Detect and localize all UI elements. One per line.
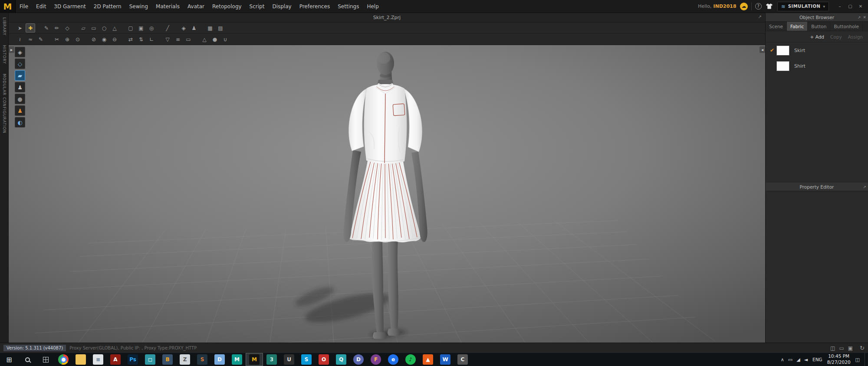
menu-item[interactable]: Preferences — [296, 0, 334, 13]
tray-network-icon[interactable]: ◢ — [796, 357, 800, 363]
menu-item[interactable]: Edit — [32, 0, 50, 13]
unity[interactable]: U — [280, 353, 298, 366]
language-indicator[interactable]: ENG — [812, 357, 822, 362]
fabric-swatch[interactable] — [776, 45, 790, 56]
fabric-list-item[interactable]: ✔ Skirt — [766, 42, 868, 58]
menu-item[interactable]: Settings — [334, 0, 363, 13]
refresh-icon[interactable]: ↻ — [860, 345, 865, 351]
marvelous-designer[interactable]: M — [246, 353, 263, 366]
show-arrangement-points-toggle[interactable]: ● — [15, 94, 25, 104]
vlc[interactable]: ▲ — [419, 353, 437, 366]
garment-icon[interactable] — [765, 2, 774, 11]
internal-polygon-tool[interactable]: ▢ — [126, 23, 135, 33]
skype[interactable]: S — [298, 353, 315, 366]
layout-2d-icon[interactable]: ▣ — [848, 345, 853, 351]
detach-sewing-tool[interactable]: ✂ — [52, 35, 62, 44]
show-environment-toggle[interactable]: ◐ — [15, 117, 25, 127]
menu-item[interactable]: Display — [268, 0, 295, 13]
maximize-button[interactable]: ▢ — [845, 2, 855, 11]
task-view-button[interactable] — [36, 353, 55, 366]
tab-fabric[interactable]: Fabric — [787, 22, 808, 31]
collapse-right-panel-icon[interactable]: ◂ — [760, 46, 765, 53]
firefox[interactable]: F — [367, 353, 385, 366]
show-desktop-button[interactable] — [865, 353, 867, 366]
circle-tool[interactable]: ○ — [99, 23, 109, 33]
edit-pattern-tool[interactable]: ✎ — [42, 23, 51, 33]
start-button[interactable]: ⊞ — [0, 353, 18, 366]
collapsed-panel-tab[interactable]: LIBRARY — [2, 17, 7, 36]
blender[interactable]: B — [159, 353, 176, 366]
menu-item[interactable]: File — [16, 0, 32, 13]
show-internal-lines-toggle[interactable]: ◇ — [15, 59, 25, 69]
tray-display-icon[interactable]: ▭ — [788, 357, 792, 363]
quixel-bridge[interactable]: Q — [332, 353, 350, 366]
show-avatar-tool[interactable]: ♟ — [189, 23, 199, 33]
snap-grid-tool[interactable]: ▤ — [216, 23, 225, 33]
menu-item[interactable]: 3D Garment — [50, 0, 89, 13]
spotify[interactable]: ♪ — [402, 353, 419, 366]
pin-tool[interactable]: ⊙ — [73, 35, 82, 44]
show-avatar-toggle[interactable]: ♟ — [15, 82, 25, 92]
rectangle-tool[interactable]: ▭ — [89, 23, 99, 33]
capture-app[interactable]: ◻ — [141, 353, 159, 366]
chrome[interactable] — [55, 353, 72, 366]
internal-rectangle-tool[interactable]: ▣ — [136, 23, 146, 33]
flatten-tool[interactable]: ▽ — [163, 35, 172, 44]
app-logo[interactable]: M — [0, 0, 16, 13]
assign-button[interactable]: Assign — [848, 34, 863, 39]
3d-viewport[interactable]: ◈ ◇ ▰ ♟ — [9, 45, 765, 343]
solidify-tool[interactable]: ▭ — [184, 35, 193, 44]
tray-chevron-up-icon[interactable]: ∧ — [781, 357, 784, 363]
trace-tool[interactable]: ╱ — [163, 23, 172, 33]
layout-3d-2d-icon[interactable]: ◫ — [830, 345, 835, 351]
photoshop[interactable]: Ps — [124, 353, 141, 366]
select-move-tool[interactable]: ➤ — [15, 23, 25, 33]
daz-studio[interactable]: D — [211, 353, 228, 366]
panel-popout-icon[interactable]: ↗ — [858, 15, 861, 20]
notepad[interactable]: ≡ — [89, 353, 107, 366]
segment-sewing-tool[interactable]: ≀ — [15, 35, 25, 44]
grid-tool[interactable]: ▦ — [205, 23, 215, 33]
measure-tool[interactable]: ∟ — [147, 35, 156, 44]
search-button[interactable] — [18, 353, 36, 366]
menu-item[interactable]: 2D Pattern — [90, 0, 125, 13]
sync-pose-tool[interactable]: ◈ — [179, 23, 188, 33]
tab-button[interactable]: Button — [808, 22, 830, 31]
discord[interactable]: D — [350, 353, 367, 366]
fabric-list-item[interactable]: Shirt — [766, 58, 868, 74]
panel-close-icon[interactable]: ✕ — [863, 15, 866, 20]
internal-circle-tool[interactable]: ◎ — [147, 23, 156, 33]
menu-item[interactable]: Materials — [152, 0, 184, 13]
transform-pattern-tool[interactable]: ✚ — [26, 23, 35, 33]
minimize-button[interactable]: – — [835, 2, 845, 11]
menu-item[interactable]: Sewing — [125, 0, 152, 13]
menu-item[interactable]: Avatar — [184, 0, 208, 13]
tack-tool[interactable]: ⊕ — [62, 35, 72, 44]
arrangement-tool[interactable]: ● — [210, 35, 220, 44]
panel-popout-icon[interactable]: ↗ — [863, 185, 866, 189]
acrobat[interactable]: A — [107, 353, 124, 366]
copy-button[interactable]: Copy — [830, 34, 842, 39]
menu-item[interactable]: Help — [363, 0, 382, 13]
pressure-tool[interactable]: △ — [200, 35, 209, 44]
tab-buttonhole[interactable]: Buttonhole — [830, 22, 863, 31]
collapsed-panel-tab[interactable]: HISTORY — [2, 45, 7, 64]
zipper-tool[interactable]: ⇅ — [136, 35, 146, 44]
buttonhole-tool[interactable]: ⊖ — [110, 35, 119, 44]
menu-item[interactable]: Retopology — [208, 0, 246, 13]
collapsed-panel-tab[interactable]: MODULAR CONFIGURATION — [2, 74, 7, 134]
opera[interactable]: O — [315, 353, 332, 366]
maya[interactable]: M — [228, 353, 246, 366]
zbrush[interactable]: Z — [176, 353, 194, 366]
cloud-sync-icon[interactable]: ☁ — [740, 3, 748, 10]
free-sewing-tool[interactable]: ≈ — [26, 35, 35, 44]
fabric-swatch[interactable] — [776, 61, 790, 72]
show-avatar-skin-toggle[interactable]: ♟ — [15, 105, 25, 116]
dart-tool[interactable]: △ — [110, 23, 119, 33]
guideline-tool[interactable]: ∪ — [220, 35, 230, 44]
help-icon[interactable]: ? — [755, 3, 762, 10]
word[interactable]: W — [437, 353, 454, 366]
tray-volume-icon[interactable]: ◄ — [804, 357, 808, 363]
3ds-max[interactable]: 3 — [263, 353, 280, 366]
attach-button-tool[interactable]: ⇄ — [126, 35, 135, 44]
